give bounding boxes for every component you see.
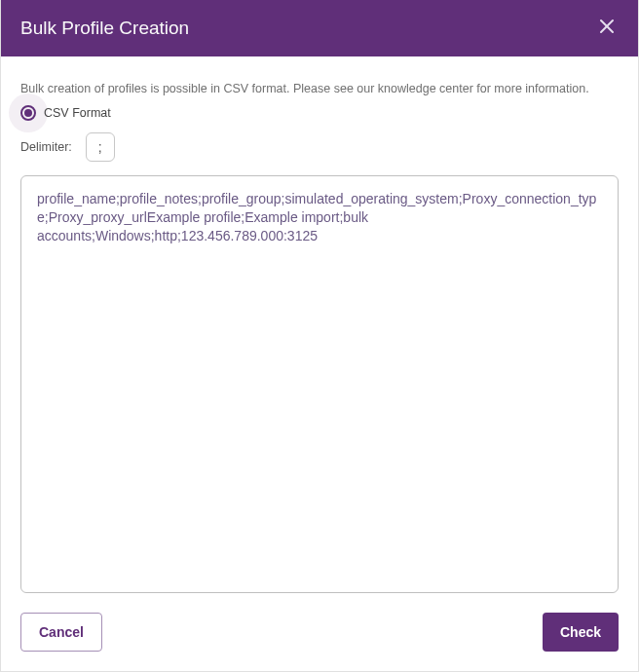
close-icon [599,19,615,38]
format-option-row: CSV Format [20,105,619,121]
dialog-header: Bulk Profile Creation [1,0,638,56]
delimiter-input[interactable] [86,132,115,162]
dialog-body: Bulk creation of profiles is possible in… [1,56,638,593]
bulk-profile-dialog: Bulk Profile Creation Bulk creation of p… [0,0,639,672]
dialog-footer: Cancel Check [1,593,638,671]
csv-format-radio[interactable] [20,105,36,121]
intro-text: Bulk creation of profiles is possible in… [20,82,619,95]
radio-selected-icon [24,109,32,117]
delimiter-row: Delimiter: [20,132,619,162]
check-button[interactable]: Check [543,613,619,652]
csv-format-label: CSV Format [44,106,111,120]
csv-content-textarea[interactable] [20,175,619,593]
cancel-button[interactable]: Cancel [20,613,102,652]
delimiter-label: Delimiter: [20,140,72,154]
dialog-title: Bulk Profile Creation [20,18,189,39]
close-button[interactable] [595,17,619,40]
